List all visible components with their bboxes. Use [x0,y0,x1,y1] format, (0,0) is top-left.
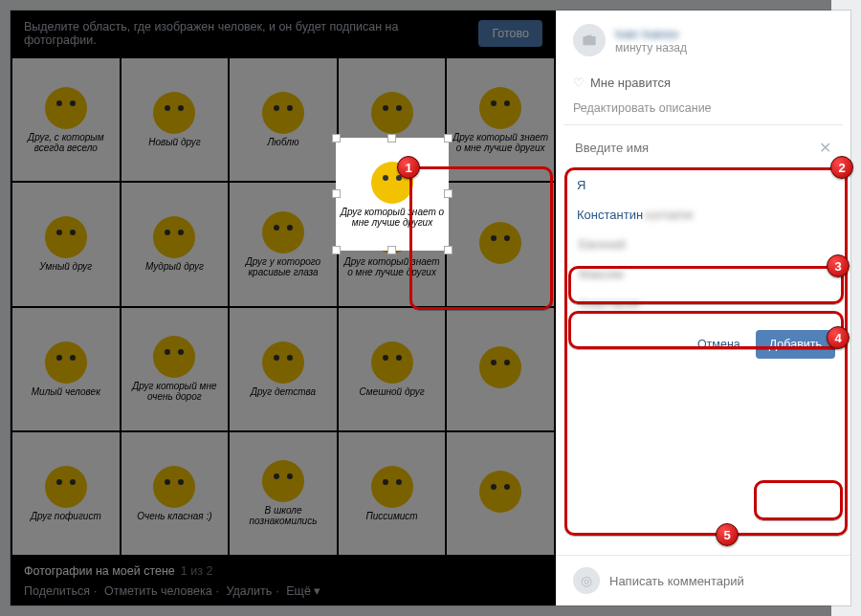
resize-handle[interactable] [332,246,341,254]
cell-caption: Смешной друг [360,386,425,397]
cell-caption: Люблю [268,137,299,147]
annotation-badge: 1 [397,156,420,179]
album-title: Фотографии на моей стене1 из 2 [24,564,542,578]
cell-caption: Друг детства [251,386,316,397]
like-button[interactable]: ♡Мне нравится [556,70,850,96]
done-button[interactable]: Готово [478,20,542,47]
resize-handle[interactable] [444,189,453,198]
author-name[interactable]: Ivan Ivanov [615,27,687,41]
cell-caption: В школе познакомились [232,505,335,526]
cell-caption: Очень класная :) [137,511,211,521]
annotation-badge: 5 [716,523,739,546]
cell-caption: Друг у которого красивые глаза [232,256,335,277]
resize-handle[interactable] [444,134,453,143]
cell-caption: Мудрый друг [145,261,204,272]
cell-caption: Друг который мне очень дорог [123,381,227,402]
share-link[interactable]: Поделиться [24,584,90,598]
timestamp: минуту назад [615,41,687,55]
cell-caption: Друг который знает о мне лучше других [339,207,446,228]
close-icon[interactable]: ✕ [819,139,831,157]
tag-panel: ✕ Я Константинsurname Евгений Максим Ана… [563,124,843,370]
camera-icon[interactable]: ◎ [573,567,600,594]
comment-input[interactable] [609,574,770,588]
resize-handle[interactable] [444,246,453,254]
cancel-button[interactable]: Отмена [690,331,748,358]
camera-icon [582,33,597,48]
photo-grid: Друг, с которым всегда весело Новый друг… [11,56,556,557]
avatar[interactable] [573,24,606,56]
cell-caption: Друг который знает о мне лучше других [449,132,552,153]
suggestion-item[interactable]: Анастасия [567,289,839,319]
add-button[interactable]: Добавить [756,330,835,359]
annotation-badge: 3 [827,254,850,277]
suggestion-item[interactable]: Евгений [567,230,839,259]
suggestion-item[interactable]: Максим [567,259,839,289]
resize-handle[interactable] [387,134,396,143]
cell-caption: Новый друг [148,137,200,147]
selection-box[interactable]: Друг который знает о мне лучше других [336,138,449,251]
cell-caption: Друг, с которым всегда весело [14,132,118,153]
photo-counter: 1 из 2 [181,564,213,578]
name-input[interactable] [575,141,819,155]
cell-caption: Друг который знает о мне лучше других [341,256,444,277]
cell-caption: Умный друг [39,261,92,272]
cell-caption: Писсимист [366,511,418,521]
resize-handle[interactable] [332,134,341,143]
cell-caption: Друг пофигист [31,511,101,521]
heart-icon: ♡ [573,76,585,90]
tag-instruction: Выделите область, где изображен человек,… [24,20,467,47]
cell-caption: Милый человек [32,386,100,397]
suggestion-me[interactable]: Я [567,170,839,200]
more-link[interactable]: Ещё ▾ [286,584,320,598]
photo-area[interactable]: Друг, с которым всегда весело Новый друг… [11,56,556,557]
resize-handle[interactable] [332,189,341,198]
tag-person-link[interactable]: Отметить человека [104,584,212,598]
resize-handle[interactable] [387,246,396,254]
annotation-badge: 4 [827,326,850,349]
delete-link[interactable]: Удалить [227,584,273,598]
edit-description[interactable]: Редактировать описание [556,96,850,124]
suggestion-item[interactable]: Константинsurname [567,200,839,230]
annotation-badge: 2 [830,156,853,179]
